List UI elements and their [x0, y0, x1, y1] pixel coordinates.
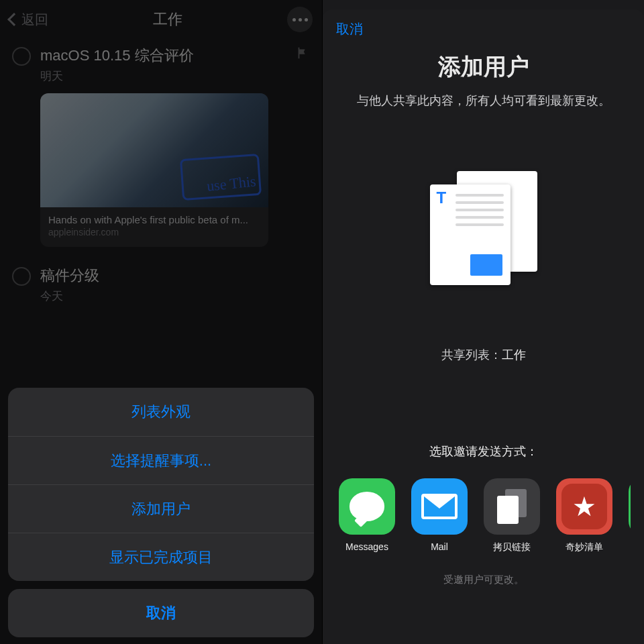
share-app-overflow[interactable]: [629, 478, 631, 553]
share-app-row[interactable]: Messages Mail 拷贝链接 ★ 奇妙清单: [336, 478, 631, 553]
modal-subtitle: 与他人共享此内容，所有人均可看到最新更改。: [336, 92, 631, 111]
overflow-app-icon: [629, 478, 631, 535]
share-list-name: 共享列表：工作: [336, 347, 631, 363]
share-app-messages[interactable]: Messages: [339, 478, 395, 553]
action-sheet-group: 列表外观 选择提醒事项... 添加用户 显示已完成项目: [8, 388, 314, 581]
share-app-copy-link[interactable]: 拷贝链接: [484, 478, 540, 553]
share-app-mail[interactable]: Mail: [411, 478, 468, 553]
cancel-button[interactable]: 取消: [336, 20, 631, 38]
invite-method-label: 选取邀请发送方式：: [336, 443, 631, 460]
copy-link-icon: [484, 478, 540, 535]
action-sheet: 列表外观 选择提醒事项... 添加用户 显示已完成项目 取消: [8, 388, 314, 637]
app-label: 奇妙清单: [556, 541, 612, 553]
mail-icon: [411, 478, 468, 535]
wunderlist-icon: ★: [556, 478, 612, 535]
share-label: 共享列表：: [441, 348, 502, 362]
modal-title: 添加用户: [336, 52, 631, 83]
app-label: Messages: [339, 541, 395, 552]
screen-add-people: 取消 添加用户 与他人共享此内容，所有人均可看到最新更改。 T 共享列表：工作 …: [322, 0, 644, 644]
footer-note: 受邀用户可更改。: [336, 574, 631, 586]
app-label: 拷贝链接: [484, 541, 540, 553]
sheet-option-appearance[interactable]: 列表外观: [8, 388, 314, 436]
share-app-wunderlist[interactable]: ★ 奇妙清单: [556, 478, 612, 553]
sheet-cancel-button[interactable]: 取消: [8, 589, 314, 637]
app-label: Mail: [411, 541, 468, 552]
sheet-option-select[interactable]: 选择提醒事项...: [8, 436, 314, 484]
messages-icon: [339, 478, 395, 535]
add-people-modal: 取消 添加用户 与他人共享此内容，所有人均可看到最新更改。 T 共享列表：工作 …: [323, 9, 644, 644]
sheet-option-show-done[interactable]: 显示已完成项目: [8, 533, 314, 581]
document-icon: T: [430, 171, 537, 285]
sheet-option-add-people[interactable]: 添加用户: [8, 484, 314, 533]
screen-reminders-list: 返回 工作 macOS 10.15 综合评价 明天 Hands on with …: [0, 0, 322, 644]
share-value: 工作: [502, 348, 526, 362]
